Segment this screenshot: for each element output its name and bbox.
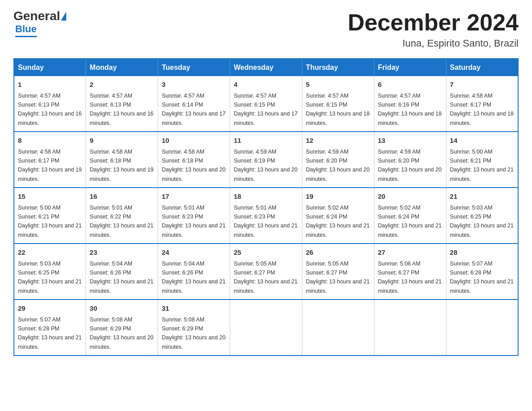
table-row: 27 Sunrise: 5:06 AMSunset: 6:27 PMDaylig…	[374, 244, 446, 300]
title-section: December 2024 Iuna, Espirito Santo, Braz…	[348, 9, 519, 49]
table-row: 11 Sunrise: 4:59 AMSunset: 6:19 PMDaylig…	[230, 132, 302, 188]
day-info: Sunrise: 5:04 AMSunset: 6:26 PMDaylight:…	[162, 261, 225, 294]
header-tuesday: Tuesday	[158, 59, 230, 76]
calendar-week-row: 1 Sunrise: 4:57 AMSunset: 6:13 PMDayligh…	[14, 76, 518, 132]
day-info: Sunrise: 5:08 AMSunset: 6:29 PMDaylight:…	[90, 317, 153, 350]
day-info: Sunrise: 4:57 AMSunset: 6:14 PMDaylight:…	[162, 93, 225, 126]
header-friday: Friday	[374, 59, 446, 76]
table-row: 18 Sunrise: 5:01 AMSunset: 6:23 PMDaylig…	[230, 188, 302, 244]
day-number: 22	[18, 248, 82, 258]
day-info: Sunrise: 5:08 AMSunset: 6:29 PMDaylight:…	[162, 317, 225, 350]
day-info: Sunrise: 5:05 AMSunset: 6:27 PMDaylight:…	[234, 261, 297, 294]
table-row: 30 Sunrise: 5:08 AMSunset: 6:29 PMDaylig…	[86, 300, 158, 355]
table-row: 6 Sunrise: 4:57 AMSunset: 6:16 PMDayligh…	[374, 76, 446, 132]
table-row: 7 Sunrise: 4:58 AMSunset: 6:17 PMDayligh…	[446, 76, 518, 132]
day-info: Sunrise: 4:59 AMSunset: 6:20 PMDaylight:…	[378, 149, 442, 182]
day-number: 9	[90, 136, 154, 146]
day-number: 5	[306, 80, 370, 90]
day-info: Sunrise: 5:02 AMSunset: 6:24 PMDaylight:…	[378, 205, 442, 238]
day-number: 28	[450, 248, 514, 258]
table-row	[446, 300, 518, 355]
table-row: 8 Sunrise: 4:58 AMSunset: 6:17 PMDayligh…	[14, 132, 86, 188]
calendar-week-row: 22 Sunrise: 5:03 AMSunset: 6:25 PMDaylig…	[14, 244, 518, 300]
day-number: 21	[450, 192, 514, 202]
day-number: 2	[90, 80, 154, 90]
logo-general-text: General	[13, 9, 60, 23]
day-number: 12	[306, 136, 370, 146]
table-row: 13 Sunrise: 4:59 AMSunset: 6:20 PMDaylig…	[374, 132, 446, 188]
calendar-table: Sunday Monday Tuesday Wednesday Thursday…	[13, 58, 519, 356]
day-info: Sunrise: 5:01 AMSunset: 6:22 PMDaylight:…	[90, 205, 153, 238]
day-info: Sunrise: 5:07 AMSunset: 6:28 PMDaylight:…	[450, 261, 514, 294]
day-info: Sunrise: 4:57 AMSunset: 6:16 PMDaylight:…	[378, 93, 442, 126]
day-number: 10	[162, 136, 226, 146]
header-thursday: Thursday	[302, 59, 374, 76]
day-number: 17	[162, 192, 226, 202]
day-info: Sunrise: 4:59 AMSunset: 6:19 PMDaylight:…	[234, 149, 297, 182]
day-info: Sunrise: 5:03 AMSunset: 6:25 PMDaylight:…	[450, 205, 514, 238]
day-info: Sunrise: 4:58 AMSunset: 6:18 PMDaylight:…	[90, 149, 153, 182]
table-row: 14 Sunrise: 5:00 AMSunset: 6:21 PMDaylig…	[446, 132, 518, 188]
header-monday: Monday	[86, 59, 158, 76]
logo: General Blue	[13, 9, 66, 37]
table-row: 24 Sunrise: 5:04 AMSunset: 6:26 PMDaylig…	[158, 244, 230, 300]
day-number: 14	[450, 136, 514, 146]
calendar-header-row: Sunday Monday Tuesday Wednesday Thursday…	[14, 59, 518, 76]
day-number: 30	[90, 304, 154, 314]
table-row	[302, 300, 374, 355]
day-info: Sunrise: 5:01 AMSunset: 6:23 PMDaylight:…	[234, 205, 297, 238]
day-info: Sunrise: 5:06 AMSunset: 6:27 PMDaylight:…	[378, 261, 442, 294]
day-number: 3	[162, 80, 226, 90]
table-row	[374, 300, 446, 355]
day-number: 24	[162, 248, 226, 258]
table-row: 3 Sunrise: 4:57 AMSunset: 6:14 PMDayligh…	[158, 76, 230, 132]
day-info: Sunrise: 4:58 AMSunset: 6:17 PMDaylight:…	[18, 149, 82, 182]
day-info: Sunrise: 4:57 AMSunset: 6:13 PMDaylight:…	[18, 93, 82, 126]
day-info: Sunrise: 5:01 AMSunset: 6:23 PMDaylight:…	[162, 205, 225, 238]
table-row: 20 Sunrise: 5:02 AMSunset: 6:24 PMDaylig…	[374, 188, 446, 244]
table-row: 10 Sunrise: 4:58 AMSunset: 6:18 PMDaylig…	[158, 132, 230, 188]
table-row: 5 Sunrise: 4:57 AMSunset: 6:15 PMDayligh…	[302, 76, 374, 132]
month-title: December 2024	[348, 9, 519, 36]
day-info: Sunrise: 5:04 AMSunset: 6:26 PMDaylight:…	[90, 261, 153, 294]
table-row: 4 Sunrise: 4:57 AMSunset: 6:15 PMDayligh…	[230, 76, 302, 132]
table-row: 15 Sunrise: 5:00 AMSunset: 6:21 PMDaylig…	[14, 188, 86, 244]
logo-triangle-icon	[61, 12, 66, 21]
calendar-week-row: 29 Sunrise: 5:07 AMSunset: 6:28 PMDaylig…	[14, 300, 518, 355]
header-wednesday: Wednesday	[230, 59, 302, 76]
day-number: 18	[234, 192, 298, 202]
day-number: 26	[306, 248, 370, 258]
logo-blue-text: Blue	[15, 23, 37, 37]
day-number: 19	[306, 192, 370, 202]
day-info: Sunrise: 4:58 AMSunset: 6:18 PMDaylight:…	[162, 149, 225, 182]
day-number: 27	[378, 248, 442, 258]
table-row: 21 Sunrise: 5:03 AMSunset: 6:25 PMDaylig…	[446, 188, 518, 244]
table-row: 16 Sunrise: 5:01 AMSunset: 6:22 PMDaylig…	[86, 188, 158, 244]
day-number: 6	[378, 80, 442, 90]
day-number: 25	[234, 248, 298, 258]
table-row: 22 Sunrise: 5:03 AMSunset: 6:25 PMDaylig…	[14, 244, 86, 300]
day-number: 4	[234, 80, 298, 90]
day-info: Sunrise: 5:05 AMSunset: 6:27 PMDaylight:…	[306, 261, 369, 294]
table-row: 25 Sunrise: 5:05 AMSunset: 6:27 PMDaylig…	[230, 244, 302, 300]
day-info: Sunrise: 4:59 AMSunset: 6:20 PMDaylight:…	[306, 149, 369, 182]
table-row: 26 Sunrise: 5:05 AMSunset: 6:27 PMDaylig…	[302, 244, 374, 300]
day-info: Sunrise: 5:03 AMSunset: 6:25 PMDaylight:…	[18, 261, 82, 294]
header-saturday: Saturday	[446, 59, 518, 76]
table-row: 9 Sunrise: 4:58 AMSunset: 6:18 PMDayligh…	[86, 132, 158, 188]
page-header: General Blue December 2024 Iuna, Espirit…	[13, 9, 519, 49]
day-number: 23	[90, 248, 154, 258]
day-info: Sunrise: 4:58 AMSunset: 6:17 PMDaylight:…	[450, 93, 514, 126]
calendar-week-row: 8 Sunrise: 4:58 AMSunset: 6:17 PMDayligh…	[14, 132, 518, 188]
day-number: 16	[90, 192, 154, 202]
day-number: 29	[18, 304, 82, 314]
day-number: 11	[234, 136, 298, 146]
day-number: 8	[18, 136, 82, 146]
table-row: 12 Sunrise: 4:59 AMSunset: 6:20 PMDaylig…	[302, 132, 374, 188]
calendar-week-row: 15 Sunrise: 5:00 AMSunset: 6:21 PMDaylig…	[14, 188, 518, 244]
header-sunday: Sunday	[14, 59, 86, 76]
day-info: Sunrise: 5:07 AMSunset: 6:28 PMDaylight:…	[18, 317, 82, 350]
table-row: 19 Sunrise: 5:02 AMSunset: 6:24 PMDaylig…	[302, 188, 374, 244]
day-info: Sunrise: 4:57 AMSunset: 6:15 PMDaylight:…	[306, 93, 369, 126]
day-number: 20	[378, 192, 442, 202]
